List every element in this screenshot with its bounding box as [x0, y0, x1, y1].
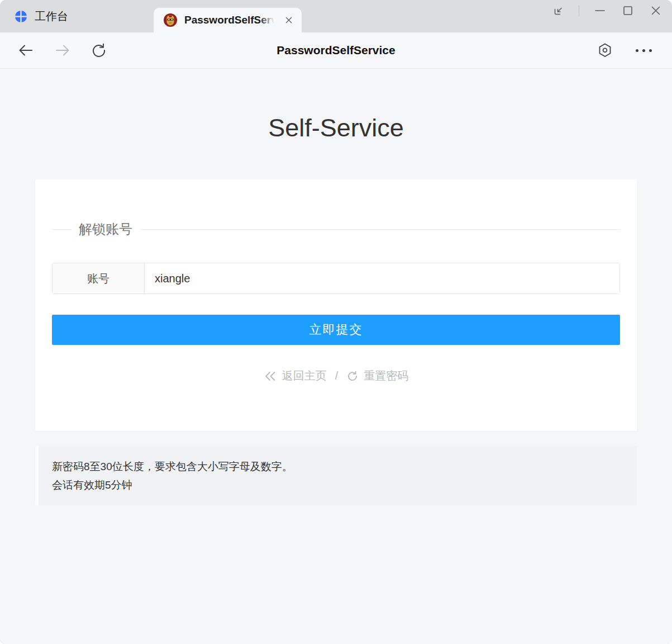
tab-workbench[interactable]: 工作台: [15, 0, 68, 32]
settings-hexagon-icon[interactable]: [597, 42, 613, 59]
links-row: 返回主页 / 重置密码: [52, 368, 620, 383]
section-header: 解锁账号: [52, 220, 620, 238]
tab-close-icon[interactable]: [283, 15, 294, 26]
notice-box: 新密码8至30位长度，要求包含大小写字母及数字。 会话有效期5分钟: [35, 446, 637, 505]
account-field-group: 账号: [52, 263, 620, 294]
more-menu-icon[interactable]: [636, 49, 652, 52]
submit-button[interactable]: 立即提交: [52, 315, 620, 345]
refresh-icon[interactable]: [90, 42, 107, 59]
close-icon[interactable]: [649, 3, 663, 18]
unlock-account-card: 解锁账号 账号 立即提交 返回主页 /: [35, 179, 637, 431]
workbench-icon: [15, 10, 27, 23]
dock-window-icon[interactable]: [551, 3, 565, 18]
window-controls: [551, 3, 663, 18]
tab-password-self-service[interactable]: PasswordSelfServ: [154, 8, 302, 32]
ironman-favicon-icon: [163, 13, 178, 27]
page-title: Self-Service: [0, 69, 672, 143]
reset-password-label: 重置密码: [364, 368, 408, 383]
back-home-link[interactable]: 返回主页: [264, 368, 327, 383]
tab-strip: 工作台 PasswordSelfServ: [0, 0, 672, 32]
controls-divider: [579, 5, 579, 16]
forward-icon[interactable]: [54, 41, 72, 59]
maximize-icon[interactable]: [621, 3, 635, 18]
nav-bar: PasswordSelfService: [0, 32, 672, 69]
reset-refresh-icon: [346, 370, 359, 382]
minimize-icon[interactable]: [593, 3, 607, 18]
page-content: Self-Service 解锁账号 账号 立即提交: [0, 69, 672, 644]
legend-line-right: [141, 229, 620, 230]
reset-password-link[interactable]: 重置密码: [346, 368, 408, 383]
tab-title-fade: [259, 11, 278, 30]
browser-window: 工作台 PasswordSelfServ: [0, 0, 672, 644]
notice-line-2: 会话有效期5分钟: [52, 476, 623, 494]
back-home-label: 返回主页: [282, 368, 327, 383]
page-header-title: PasswordSelfService: [277, 44, 395, 57]
account-label: 账号: [53, 263, 145, 293]
legend-line-left: [52, 229, 72, 230]
double-chevron-left-icon: [264, 370, 277, 382]
links-separator: /: [335, 370, 339, 382]
workbench-label: 工作台: [35, 9, 68, 24]
account-input[interactable]: [145, 263, 619, 293]
back-icon[interactable]: [17, 41, 35, 59]
notice-line-1: 新密码8至30位长度，要求包含大小写字母及数字。: [52, 457, 623, 476]
section-title: 解锁账号: [79, 220, 132, 238]
